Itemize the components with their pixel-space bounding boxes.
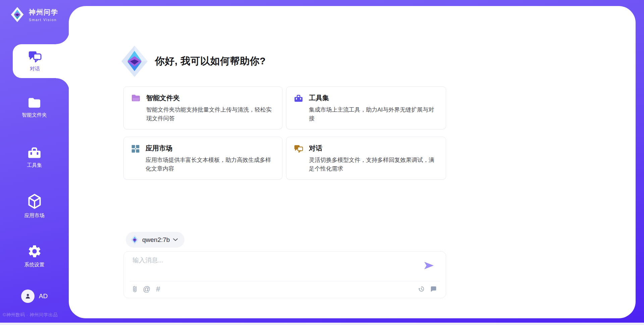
- sidebar-item-label: 系统设置: [24, 262, 45, 268]
- tab-fillet-bottom: [56, 78, 69, 91]
- card-toolset[interactable]: 工具集 集成市场上主流工具，助力AI与外界无缝扩展与对接: [286, 86, 446, 129]
- feature-cards: 智能文件夹 智能文件夹功能支持批量文件上传与清洗，轻松实现文件问答 工具集 集成…: [123, 86, 446, 180]
- sidebar-item-label: 对话: [30, 66, 40, 72]
- greeting-block: 你好, 我可以如何帮助你?: [121, 45, 266, 78]
- sidebar-item-label: 智能文件夹: [22, 112, 47, 118]
- cube-icon: [27, 193, 42, 209]
- send-icon[interactable]: [424, 261, 434, 270]
- person-icon: [24, 292, 32, 300]
- brand-name: 神州问学: [29, 8, 58, 17]
- composer-divider: [129, 281, 440, 281]
- sidebar-item-label: 工具集: [27, 162, 42, 169]
- card-description: 灵活切换多模型文件，支持多样回复效果调试，满足个性化需求: [309, 156, 438, 173]
- toolbox-icon: [294, 94, 303, 103]
- avatar: [21, 289, 35, 303]
- card-title: 工具集: [309, 93, 438, 103]
- model-selector[interactable]: qwen2:7b: [126, 232, 184, 248]
- apps-grid-icon: [131, 144, 140, 153]
- assistant-diamond-icon: [121, 45, 148, 78]
- card-description: 集成市场上主流工具，助力AI与外界无缝扩展与对接: [309, 106, 438, 123]
- user-initials: AD: [39, 292, 48, 300]
- chat-icon: [28, 50, 42, 63]
- greeting-title: 你好, 我可以如何帮助你?: [155, 55, 266, 68]
- sidebar-item-smart-folders[interactable]: 智能文件夹: [0, 97, 69, 118]
- brand-logo: 神州问学 Smart Vision: [9, 7, 58, 22]
- sidebar-footer: ©神州数码 · 神州问学出品: [3, 312, 69, 318]
- card-smart-folders[interactable]: 智能文件夹 智能文件夹功能支持批量文件上传与清洗，轻松实现文件问答: [123, 86, 282, 129]
- sidebar-item-toolset[interactable]: 工具集: [0, 146, 69, 169]
- message-input[interactable]: [132, 257, 421, 264]
- mention-icon[interactable]: @: [143, 285, 150, 293]
- model-diamond-icon: [130, 235, 139, 245]
- card-title: 智能文件夹: [146, 93, 275, 103]
- brand-subtitle: Smart Vision: [29, 18, 58, 22]
- gear-icon: [27, 244, 42, 259]
- feedback-icon[interactable]: [430, 285, 437, 292]
- user-profile[interactable]: AD: [0, 289, 69, 303]
- composer-tools-right: [418, 285, 437, 292]
- card-description: 智能文件夹功能支持批量文件上传与清洗，轻松实现文件问答: [146, 106, 275, 123]
- sidebar-item-settings[interactable]: 系统设置: [0, 244, 69, 268]
- card-chat[interactable]: 对话 灵活切换多模型文件，支持多样回复效果调试，满足个性化需求: [286, 137, 446, 180]
- chat-icon: [294, 144, 303, 153]
- folder-icon: [131, 94, 141, 102]
- sidebar-item-chat[interactable]: 对话: [13, 44, 70, 78]
- page-scrollbar[interactable]: [0, 323, 644, 325]
- brand-diamond-icon: [9, 7, 25, 22]
- folder-icon: [28, 97, 41, 109]
- toolbox-icon: [27, 146, 42, 159]
- card-title: 对话: [309, 144, 438, 153]
- sidebar-item-app-market[interactable]: 应用市场: [0, 193, 69, 219]
- composer-tools-left: @ #: [132, 285, 160, 293]
- chevron-down-icon: [173, 238, 178, 241]
- tab-fillet-top: [56, 31, 69, 44]
- card-title: 应用市场: [146, 144, 275, 153]
- attach-icon[interactable]: [132, 285, 137, 293]
- app-root: 神州问学 Smart Vision 对话 智能文件夹 工具集: [0, 0, 644, 325]
- history-icon[interactable]: [418, 285, 425, 292]
- topic-icon[interactable]: #: [156, 285, 160, 293]
- card-description: 应用市场提供丰富长文本模板，助力高效生成多样化文章内容: [146, 156, 275, 173]
- sidebar-item-label: 应用市场: [24, 212, 45, 219]
- model-name: qwen2:7b: [142, 236, 170, 244]
- message-composer: @ #: [123, 251, 446, 298]
- card-app-market[interactable]: 应用市场 应用市场提供丰富长文本模板，助力高效生成多样化文章内容: [123, 137, 282, 180]
